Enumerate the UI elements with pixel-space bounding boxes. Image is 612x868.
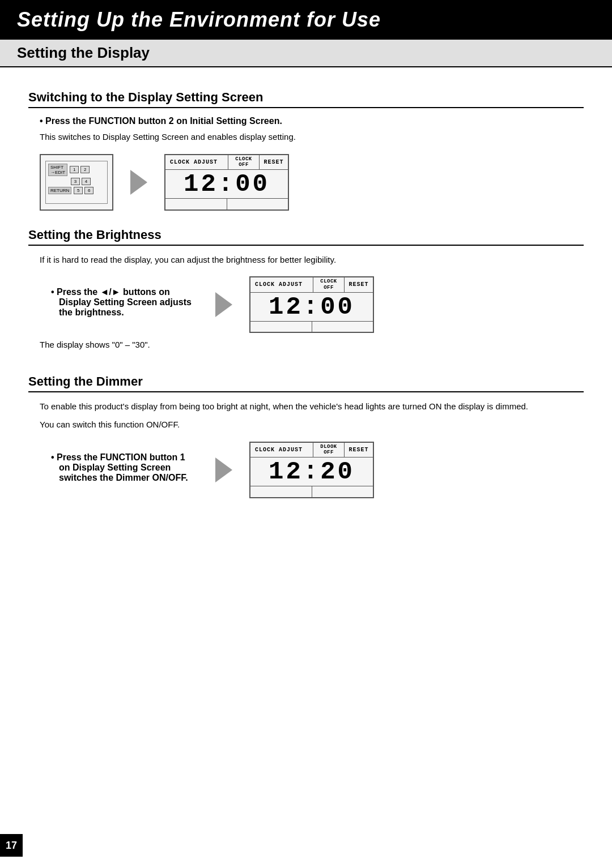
dimmer-description2: You can switch this function ON/OFF. — [40, 418, 584, 431]
brightness-bullet-line3: the brightness. — [59, 307, 198, 318]
brightness-title: Setting the Brightness — [28, 228, 584, 246]
arrow-2 — [215, 292, 232, 317]
brightness-bullet-line1: Press the ◄/► buttons on — [57, 287, 170, 297]
dimmer-bullet-line2: on Display Setting Screen — [59, 463, 198, 473]
clock-off-3: DLOOK OFF — [313, 443, 345, 457]
switching-bullet1: Press the FUNCTION button 2 on Initial S… — [40, 116, 584, 126]
btn-2: 2 — [80, 166, 90, 173]
brightness-description: If it is hard to read the display, you c… — [40, 254, 584, 267]
clock-time-2: 12:00 — [250, 293, 373, 321]
switching-description: This switches to Display Setting Screen … — [40, 131, 584, 144]
brightness-bullet-line2: Display Setting Screen adjusts — [59, 297, 198, 307]
return-label: RETURN — [48, 187, 71, 194]
content-area: Switching to the Display Setting Screen … — [0, 67, 612, 515]
clock-time-1: 12:00 — [165, 170, 288, 198]
page-title: Setting Up the Environment for Use — [17, 8, 595, 32]
clock-panel-3: CLOCK ADJUST DLOOK OFF RESET 12:20 — [249, 442, 374, 498]
clock-reset-3: RESET — [345, 443, 373, 457]
clock-label-3: CLOCK ADJUST — [250, 443, 313, 457]
dimmer-bullet-line1: Press the FUNCTION button 1 — [57, 452, 185, 462]
switching-title: Switching to the Display Setting Screen — [28, 90, 584, 108]
dimmer-title: Setting the Dimmer — [28, 374, 584, 392]
dimmer-bullet-line3: switches the Dimmer ON/OFF. — [59, 473, 198, 483]
clock-panel-1: CLOCK ADJUST CLOCK OFF RESET 12:00 — [164, 154, 289, 211]
clock-off-2: CLOCK OFF — [313, 277, 345, 292]
switching-section: Switching to the Display Setting Screen … — [28, 90, 584, 211]
dimmer-description1: To enable this product's display from be… — [40, 400, 584, 413]
arrow-1 — [130, 170, 147, 195]
btn-3: 3 — [71, 178, 80, 185]
clock-reset-1: RESET — [260, 155, 288, 170]
dimmer-diagram: Press the FUNCTION button 1 on Display S… — [40, 442, 584, 498]
page-number: 17 — [0, 834, 23, 857]
device-diagram-1: SHIFT→EDIT 1 2 3 4 RETU — [40, 154, 113, 211]
clock-time-3: 12:20 — [250, 457, 373, 486]
btn-6: 6 — [84, 187, 94, 194]
brightness-section: Setting the Brightness If it is hard to … — [28, 228, 584, 352]
clock-reset-2: RESET — [345, 277, 373, 292]
dimmer-section: Setting the Dimmer To enable this produc… — [28, 374, 584, 498]
btn-5: 5 — [74, 187, 83, 194]
brightness-bullet-area: Press the ◄/► buttons on Display Setting… — [40, 287, 198, 322]
arrow-3 — [215, 457, 232, 482]
section-title: Setting the Display — [0, 40, 612, 67]
btn-4: 4 — [82, 178, 91, 185]
switching-diagram: SHIFT→EDIT 1 2 3 4 RETU — [40, 154, 584, 211]
brightness-diagram: Press the ◄/► buttons on Display Setting… — [40, 276, 584, 333]
clock-label-1: CLOCK ADJUST — [165, 155, 228, 170]
clock-panel-2: CLOCK ADJUST CLOCK OFF RESET 12:00 — [249, 276, 374, 333]
shift-label: SHIFT→EDIT — [48, 164, 67, 176]
clock-label-2: CLOCK ADJUST — [250, 277, 313, 292]
btn-1: 1 — [70, 166, 79, 173]
clock-off-1: CLOCK OFF — [228, 155, 260, 170]
page-header: Setting Up the Environment for Use — [0, 0, 612, 40]
dimmer-bullet-area: Press the FUNCTION button 1 on Display S… — [40, 452, 198, 488]
brightness-note: The display shows "0" – "30". — [40, 339, 584, 352]
